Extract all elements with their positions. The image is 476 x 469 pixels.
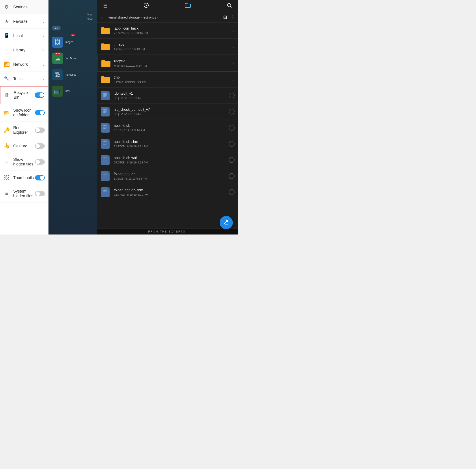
sidebar-item-show_icon[interactable]: 📂Show icon on folder <box>0 104 48 121</box>
svg-rect-24 <box>103 175 107 175</box>
tmp-meta: 0 items | 8/19/19 8:21 PM <box>114 80 233 84</box>
sidebar-item-settings[interactable]: ⚙Settings <box>0 0 48 14</box>
folder_app_dbshm-select-radio[interactable] <box>229 189 235 195</box>
appinfo_dbwal-icon <box>100 155 110 165</box>
show_icon-toggle[interactable] <box>35 110 45 115</box>
sp_check_dontedit-info: .sp_check_dontedit_v70B | 8/19/19 5:13 P… <box>114 108 227 116</box>
library-label: Library <box>13 48 42 52</box>
library-chevron-icon: ∨ <box>42 48 45 52</box>
show_hidden-label: Show hidden files <box>13 157 35 167</box>
image-name: .image <box>114 43 233 47</box>
app_icon_back-meta: 71 items | 8/19/19 8:16 PM <box>114 31 233 35</box>
dontedit_v1-meta: 0B | 8/19/19 5:13 PM <box>114 96 227 100</box>
file-item-sp_check_dontedit[interactable]: .sp_check_dontedit_v70B | 8/19/19 5:13 P… <box>97 104 238 120</box>
file-item-appinfo_dbshm[interactable]: appinfo.db-shm32.77KB | 8/19/19 8:21 PM <box>97 136 238 152</box>
folder-icon[interactable] <box>185 3 191 9</box>
thumbnails-toggle[interactable] <box>35 175 45 181</box>
sidebar-item-favorite[interactable]: ★Favorite∨ <box>0 14 48 29</box>
sp_check_dontedit-select-radio[interactable] <box>229 109 235 115</box>
network-chevron-icon: ∨ <box>42 62 45 67</box>
svg-rect-13 <box>103 128 107 128</box>
search-icon[interactable] <box>227 3 232 9</box>
tools-label: Tools <box>13 77 42 81</box>
recycle_bin-icon: 🗑 <box>4 92 10 98</box>
show_hidden-toggle[interactable] <box>35 159 45 165</box>
appinfo_db-name: appinfo.db <box>114 124 227 128</box>
sidebar-item-thumbnails[interactable]: 🖼Thumbnails <box>0 171 48 185</box>
left-sidebar: ⚙Settings★Favorite∨📱Local∨≡Library∨📶Netw… <box>0 0 48 234</box>
appinfo_db-icon <box>100 123 110 133</box>
file-item-app_icon_back[interactable]: .app_icon_back71 items | 8/19/19 8:16 PM… <box>97 22 238 39</box>
menu-icon[interactable]: ☰ <box>103 3 108 9</box>
file-item-tmp[interactable]: tmp0 items | 8/19/19 8:21 PM› <box>97 71 238 88</box>
image-info: .image1 item | 8/19/19 5:13 PM <box>114 43 233 51</box>
appinfo_dbshm-select-radio[interactable] <box>229 141 235 147</box>
toolbar: ☰ <box>97 0 238 12</box>
app_icon_back-name: .app_icon_back <box>114 26 233 31</box>
file-item-folder_app_db[interactable]: folder_app.db1.36MB | 8/19/19 5:14 PM <box>97 168 238 184</box>
folder_app_db-select-radio[interactable] <box>229 173 235 179</box>
sidebar-item-gesture[interactable]: 👆Gesture <box>0 139 48 153</box>
sidebar-item-tools[interactable]: 🔧Tools∨ <box>0 72 48 86</box>
gesture-toggle[interactable] <box>35 143 45 149</box>
breadcrumb-path: Internal shared storage › .estrongs › <box>106 16 223 19</box>
appinfo_db-select-radio[interactable] <box>229 125 235 131</box>
network-label: Network <box>13 62 42 67</box>
breadcrumb-down-icon[interactable]: ⌄ <box>100 15 104 20</box>
dontedit_v1-icon <box>100 91 110 100</box>
more-options-icon[interactable]: ⋮ <box>230 14 235 20</box>
tmp-name: tmp <box>114 75 233 79</box>
right-panel: ☰ ⌄ Internal shared storage › .estrongs … <box>97 0 238 234</box>
sidebar-item-root_explorer[interactable]: 🔑Root Explorer <box>0 121 48 139</box>
file-list: .app_icon_back71 items | 8/19/19 8:16 PM… <box>97 22 238 229</box>
middle-dots-icon[interactable]: ⋮ <box>87 2 95 11</box>
sidebar-item-local[interactable]: 📱Local∨ <box>0 29 48 43</box>
sidebar-item-system_hidden[interactable]: ≡System hidden files <box>0 185 48 202</box>
file-item-recycle[interactable]: recycle6 items | 8/19/19 8:24 PM› <box>97 55 238 71</box>
gesture-label: Gesture <box>13 144 35 149</box>
system_hidden-icon: ≡ <box>3 191 10 197</box>
svg-rect-17 <box>103 144 107 144</box>
appinfo_dbwal-meta: 65.95KB | 8/19/19 5:14 PM <box>114 161 227 164</box>
appinfo_dbwal-select-radio[interactable] <box>229 157 235 163</box>
root_explorer-toggle[interactable] <box>35 128 45 133</box>
recycle_bin-toggle[interactable] <box>35 92 44 98</box>
fab-button[interactable] <box>220 216 233 229</box>
svg-rect-3 <box>103 93 107 94</box>
folder_app_dbshm-name: folder_app.db-shm <box>114 188 227 192</box>
svg-rect-11 <box>103 125 107 126</box>
svg-rect-5 <box>103 95 107 96</box>
sidebar-item-network[interactable]: 📶Network∨ <box>0 57 48 72</box>
file-item-appinfo_dbwal[interactable]: appinfo.db-wal65.95KB | 8/19/19 5:14 PM <box>97 152 238 168</box>
favorite-icon: ★ <box>3 18 10 24</box>
tmp-icon <box>100 75 110 84</box>
dontedit_v1-select-radio[interactable] <box>229 93 235 98</box>
settings-icon: ⚙ <box>3 4 10 10</box>
show_icon-icon: 📂 <box>3 110 10 116</box>
app_icon_back-icon <box>100 26 110 35</box>
grid-view-icon[interactable]: ⊞ <box>223 14 227 20</box>
recycle_bin-label: Recycle Bin <box>14 90 35 100</box>
folder_app_db-info: folder_app.db1.36MB | 8/19/19 5:14 PM <box>114 172 227 180</box>
file-item-dontedit_v1[interactable]: .dontedit_v10B | 8/19/19 5:13 PM <box>97 88 238 104</box>
file-item-folder_app_dbshm[interactable]: folder_app.db-shm32.77KB | 8/19/19 8:21 … <box>97 184 238 200</box>
svg-rect-29 <box>103 192 107 192</box>
file-item-image[interactable]: .image1 item | 8/19/19 5:13 PM› <box>97 39 238 55</box>
tools-chevron-icon: ∨ <box>42 77 45 81</box>
sp_check_dontedit-icon <box>100 107 110 117</box>
recycle-meta: 6 items | 8/19/19 8:24 PM <box>114 64 233 67</box>
sidebar-item-show_hidden[interactable]: ≡Show hidden files <box>0 153 48 171</box>
file-item-appinfo_db[interactable]: appinfo.db4.1KB | 8/19/19 5:14 PM <box>97 120 238 136</box>
show_hidden-icon: ≡ <box>3 159 10 165</box>
sidebar-item-recycle_bin[interactable]: 🗑Recycle Bin <box>0 86 48 104</box>
svg-rect-18 <box>103 145 106 145</box>
svg-rect-25 <box>103 176 107 176</box>
svg-rect-28 <box>103 191 107 191</box>
history-icon[interactable] <box>143 3 149 9</box>
sp_check_dontedit-meta: 0B | 8/19/19 5:13 PM <box>114 113 227 116</box>
appinfo_dbwal-name: appinfo.db-wal <box>114 156 227 160</box>
svg-rect-23 <box>103 174 107 174</box>
system_hidden-toggle[interactable] <box>35 191 45 196</box>
favorite-label: Favorite <box>13 19 42 24</box>
sidebar-item-library[interactable]: ≡Library∨ <box>0 43 48 57</box>
